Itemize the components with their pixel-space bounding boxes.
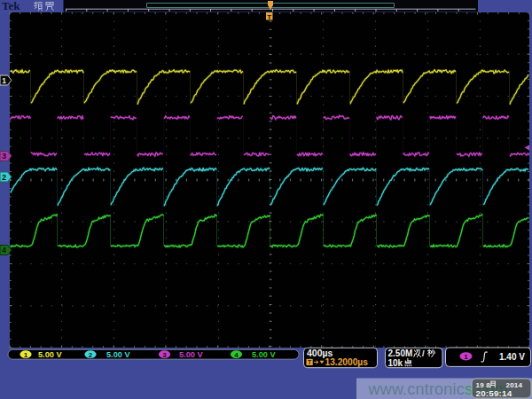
svg-text:5.00 V: 5.00 V (252, 350, 276, 359)
svg-text:2.50M: 2.50M (388, 348, 413, 358)
svg-text:4: 4 (234, 351, 239, 359)
svg-text:10k: 10k (388, 358, 403, 368)
svg-text:5.00 V: 5.00 V (179, 350, 203, 359)
svg-text:Tek: Tek (2, 0, 20, 12)
svg-text:T: T (267, 13, 271, 21)
svg-text:4: 4 (2, 246, 6, 254)
svg-text:13.2000µs: 13.2000µs (325, 357, 369, 367)
svg-text:1: 1 (464, 353, 468, 361)
svg-text:2: 2 (89, 351, 93, 359)
svg-text:3: 3 (162, 351, 167, 359)
svg-text:/: / (422, 348, 425, 358)
svg-text:5.00 V: 5.00 V (38, 350, 62, 359)
svg-text:2: 2 (2, 173, 6, 182)
svg-text:20:59:14: 20:59:14 (476, 388, 512, 398)
svg-text:1: 1 (24, 351, 28, 359)
svg-text:5.00 V: 5.00 V (106, 350, 130, 359)
svg-text:T: T (308, 359, 312, 365)
svg-text:3: 3 (2, 152, 6, 160)
svg-text:1: 1 (2, 76, 6, 85)
svg-text:1.40 V: 1.40 V (499, 352, 525, 362)
